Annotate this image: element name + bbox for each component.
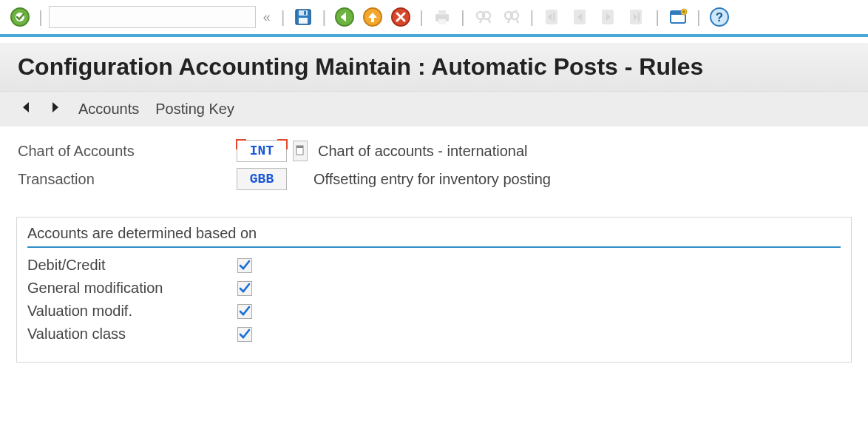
- separator: |: [527, 7, 538, 27]
- search-help-icon[interactable]: [293, 141, 308, 161]
- svg-rect-22: [553, 13, 555, 21]
- accounts-button[interactable]: Accounts: [77, 99, 140, 119]
- print-icon: [430, 4, 455, 30]
- next-arrow-icon[interactable]: [47, 99, 64, 119]
- separator: |: [694, 7, 704, 27]
- new-session-icon[interactable]: [665, 4, 691, 30]
- prev-arrow-icon[interactable]: [18, 99, 34, 119]
- first-page-icon: [540, 4, 565, 30]
- general-modification-label: General modification: [27, 280, 237, 297]
- general-modification-checkbox[interactable]: [237, 281, 252, 296]
- rules-section: Accounts are determined based on Debit/C…: [16, 217, 852, 363]
- posting-key-button[interactable]: Posting Key: [154, 99, 236, 119]
- back-icon[interactable]: [332, 4, 357, 30]
- separator: |: [416, 7, 427, 27]
- save-icon[interactable]: [291, 4, 316, 30]
- find-next-icon: +: [499, 4, 524, 30]
- transaction-label: Transaction: [18, 171, 237, 188]
- enter-ok-icon[interactable]: [7, 4, 33, 30]
- debit-credit-checkbox[interactable]: [237, 258, 252, 273]
- svg-rect-10: [438, 10, 446, 15]
- valuation-modif-label: Valuation modif.: [27, 303, 237, 320]
- valuation-class-checkbox[interactable]: [237, 327, 252, 342]
- svg-line-15: [488, 18, 490, 23]
- svg-rect-3: [299, 10, 308, 16]
- last-page-icon: [624, 4, 649, 30]
- help-icon[interactable]: ?: [707, 4, 732, 30]
- exit-icon[interactable]: [360, 4, 385, 30]
- command-field[interactable]: [49, 6, 256, 28]
- section-title: Accounts are determined based on: [27, 225, 841, 248]
- valuation-modif-checkbox[interactable]: [237, 304, 252, 319]
- svg-rect-4: [299, 18, 308, 24]
- transaction-field: GBB: [237, 168, 287, 190]
- chart-of-accounts-label: Chart of Accounts: [18, 143, 237, 160]
- collapse-icon[interactable]: «: [259, 4, 275, 30]
- separator: |: [458, 7, 468, 27]
- svg-text:?: ?: [716, 10, 723, 24]
- header-form: Chart of Accounts INT Chart of accounts …: [0, 127, 868, 203]
- chart-of-accounts-value: INT: [250, 144, 274, 158]
- chart-of-accounts-description: Chart of accounts - international: [318, 143, 528, 160]
- cancel-icon[interactable]: [388, 4, 413, 30]
- transaction-value: GBB: [250, 172, 274, 186]
- chart-of-accounts-field[interactable]: INT: [237, 140, 287, 162]
- prev-page-icon: [568, 4, 593, 30]
- find-icon: [471, 4, 496, 30]
- separator: |: [319, 7, 329, 27]
- svg-text:+: +: [515, 7, 518, 15]
- svg-rect-26: [638, 13, 640, 21]
- svg-rect-11: [438, 19, 446, 24]
- app-toolbar: Accounts Posting Key: [0, 91, 868, 127]
- separator: |: [278, 7, 288, 27]
- system-toolbar: | « | | |: [0, 0, 868, 37]
- svg-rect-33: [296, 146, 303, 148]
- debit-credit-label: Debit/Credit: [27, 257, 237, 274]
- next-page-icon: [596, 4, 621, 30]
- separator: |: [652, 7, 662, 27]
- transaction-description: Offsetting entry for inventory posting: [313, 171, 551, 188]
- svg-line-19: [516, 18, 518, 23]
- valuation-class-label: Valuation class: [27, 326, 237, 343]
- svg-rect-5: [304, 11, 306, 15]
- separator: |: [35, 7, 46, 27]
- page-title: Configuration Accounting Maintain : Auto…: [0, 43, 868, 91]
